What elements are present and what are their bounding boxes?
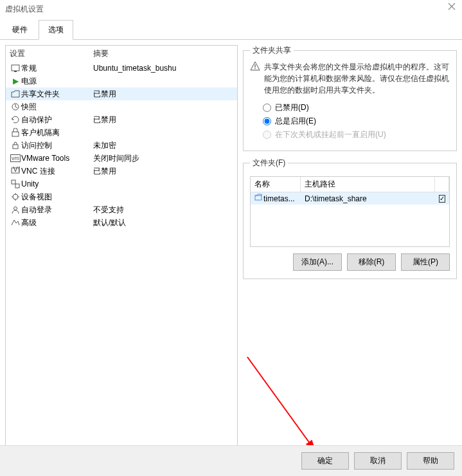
tab-options[interactable]: 选项 <box>39 20 73 40</box>
item-summary: 不受支持 <box>93 205 233 215</box>
svg-rect-3 <box>12 132 19 136</box>
list-item-access-control[interactable]: 访问控制未加密 <box>6 139 237 152</box>
svg-rect-1 <box>14 71 17 72</box>
header-summary: 摘要 <box>93 48 109 59</box>
item-summary: 已禁用 <box>93 114 233 125</box>
unity-icon <box>10 179 21 188</box>
item-label: 快照 <box>21 102 93 113</box>
folders-header: 名称 主机路径 <box>251 177 449 192</box>
advanced-icon <box>10 218 21 227</box>
vnc-icon: VNC <box>10 167 21 176</box>
svg-rect-13 <box>255 196 262 200</box>
item-label: 访问控制 <box>21 140 93 151</box>
list-header: 设置 摘要 <box>6 46 237 62</box>
list-item-guest-isolation[interactable]: 客户机隔离 <box>6 126 237 139</box>
appliance-view-icon <box>10 192 21 201</box>
header-setting: 设置 <box>10 48 93 59</box>
dialog-footer: 确定 取消 帮助 <box>0 445 462 476</box>
col-host[interactable]: 主机路径 <box>301 177 435 192</box>
item-label: Unity <box>21 179 93 188</box>
item-label: 客户机隔离 <box>21 127 93 138</box>
list-item-unity[interactable]: Unity <box>6 178 237 190</box>
folder-path: D:\timetask_share <box>301 193 435 205</box>
folder-enabled-checkbox[interactable]: ✓ <box>439 195 445 203</box>
svg-point-9 <box>13 194 18 199</box>
svg-rect-0 <box>12 65 19 71</box>
warning-icon <box>250 61 260 71</box>
item-label: 高级 <box>21 217 93 228</box>
item-label: VMware Tools <box>21 154 93 163</box>
list-item-power[interactable]: ▶电源 <box>6 75 237 87</box>
item-summary: 未加密 <box>93 140 233 151</box>
item-summary: 已禁用 <box>93 89 233 100</box>
item-label: 设备视图 <box>21 192 93 203</box>
folder-icon <box>254 194 262 203</box>
radio-disabled-input[interactable] <box>263 104 271 112</box>
list-item-vmware-tools[interactable]: vmVMware Tools关闭时间同步 <box>6 152 237 165</box>
svg-point-10 <box>14 207 17 210</box>
radio-always[interactable]: 总是启用(E) <box>263 116 450 127</box>
item-summary: 已禁用 <box>93 166 233 177</box>
radio-disabled[interactable]: 已禁用(D) <box>263 102 450 113</box>
guest-isolation-icon <box>10 128 21 137</box>
share-legend: 文件夹共享 <box>250 45 294 56</box>
item-label: 共享文件夹 <box>21 89 93 100</box>
folders-legend: 文件夹(F) <box>250 158 288 169</box>
item-label: VNC 连接 <box>21 166 93 177</box>
svg-rect-7 <box>12 180 15 184</box>
window-title: 虚拟机设置 <box>5 4 44 15</box>
shared-folders-icon <box>10 89 21 98</box>
add-button[interactable]: 添加(A)... <box>293 253 342 271</box>
help-button[interactable]: 帮助 <box>407 452 454 470</box>
general-icon <box>10 64 21 73</box>
svg-rect-12 <box>254 64 255 68</box>
list-item-vnc[interactable]: VNCVNC 连接已禁用 <box>6 165 237 178</box>
item-label: 自动登录 <box>21 205 93 215</box>
vmware-tools-icon: vm <box>10 154 21 162</box>
radio-until: 在下次关机或挂起前一直启用(U) <box>263 129 450 140</box>
list-item-autoprotect[interactable]: 自动保护已禁用 <box>6 113 237 126</box>
autologin-icon <box>10 205 21 214</box>
radio-until-input <box>263 131 271 139</box>
folders-group: 文件夹(F) 名称 主机路径 timetas... D:\timetask_sh… <box>243 158 457 279</box>
tab-strip: 硬件 选项 <box>0 19 462 40</box>
folder-name: timetas... <box>263 194 295 203</box>
item-summary: 默认/默认 <box>93 217 233 228</box>
svg-point-11 <box>254 68 256 69</box>
share-warning: 共享文件夹会将您的文件显示给虚拟机中的程序。这可能为您的计算机和数据带来风险。请… <box>264 61 450 96</box>
table-row[interactable]: timetas... D:\timetask_share ✓ <box>251 192 449 205</box>
remove-button[interactable]: 移除(R) <box>347 253 396 271</box>
list-item-autologin[interactable]: 自动登录不受支持 <box>6 203 237 216</box>
tab-hardware[interactable]: 硬件 <box>3 20 37 40</box>
ok-button[interactable]: 确定 <box>301 452 349 470</box>
item-summary: Ubuntu_timetask_bushu <box>93 64 233 73</box>
svg-rect-8 <box>15 184 19 188</box>
svg-text:VNC: VNC <box>13 167 20 174</box>
list-item-advanced[interactable]: 高级默认/默认 <box>6 216 237 229</box>
item-summary: 关闭时间同步 <box>93 153 233 164</box>
titlebar: 虚拟机设置 <box>0 0 462 18</box>
list-item-shared-folders[interactable]: 共享文件夹已禁用 <box>6 87 237 100</box>
properties-button[interactable]: 属性(P) <box>401 253 450 271</box>
list-item-snapshots[interactable]: 快照 <box>6 100 237 113</box>
item-label: 常规 <box>21 63 93 74</box>
close-icon[interactable] <box>447 1 457 12</box>
autoprotect-icon <box>10 115 21 124</box>
col-check <box>435 177 449 192</box>
radio-always-input[interactable] <box>263 117 271 125</box>
item-label: 电源 <box>21 76 93 87</box>
col-name[interactable]: 名称 <box>251 177 301 192</box>
svg-rect-4 <box>13 145 18 149</box>
item-label: 自动保护 <box>21 114 93 125</box>
list-item-appliance-view[interactable]: 设备视图 <box>6 190 237 203</box>
access-control-icon <box>10 141 21 150</box>
share-group: 文件夹共享 共享文件夹会将您的文件显示给虚拟机中的程序。这可能为您的计算机和数据… <box>243 45 457 151</box>
power-icon: ▶ <box>10 77 21 86</box>
list-item-general[interactable]: 常规Ubuntu_timetask_bushu <box>6 62 237 75</box>
settings-list: 设置 摘要 常规Ubuntu_timetask_bushu▶电源共享文件夹已禁用… <box>5 45 238 446</box>
cancel-button[interactable]: 取消 <box>354 452 402 470</box>
folders-table[interactable]: 名称 主机路径 timetas... D:\timetask_share ✓ <box>250 176 450 247</box>
snapshots-icon <box>10 102 21 111</box>
